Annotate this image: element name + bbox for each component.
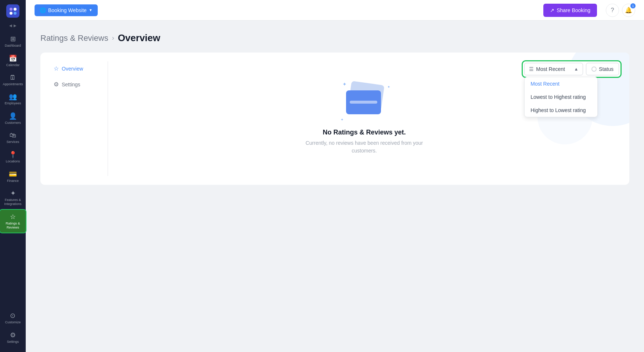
sidebar-item-label: Locations xyxy=(6,159,20,164)
empty-illustration: ✦ ✦ ✦ xyxy=(342,83,386,120)
sidebar-item-label: Customers xyxy=(5,121,21,125)
sort-dropdown-wrapper: ☰ Most Recent ▲ Most Recent Lowest to Hi… xyxy=(524,63,583,75)
sidebar-nav-arrows: ◀ ▶ xyxy=(9,24,17,28)
finance-icon: 💳 xyxy=(9,170,17,178)
sidebar-item-label: Settings xyxy=(7,340,19,344)
sidebar-item-label: Calendar xyxy=(6,63,20,67)
sidebar-item-customers[interactable]: 👤 Customers xyxy=(0,109,26,128)
filter-bar: ☰ Most Recent ▲ Most Recent Lowest to Hi… xyxy=(523,61,620,77)
dashboard-icon: ⊞ xyxy=(10,35,16,43)
customers-icon: 👤 xyxy=(9,112,17,120)
breadcrumb-separator: › xyxy=(112,34,114,42)
sidebar-item-finance[interactable]: 💳 Finance xyxy=(0,167,26,186)
sidebar-item-calendar[interactable]: 📅 Calendar xyxy=(0,51,26,70)
sidebar-item-customize[interactable]: ⊙ Customize xyxy=(4,309,22,327)
sort-dropdown-button[interactable]: ☰ Most Recent ▲ xyxy=(524,63,583,75)
globe-icon: 🌐 xyxy=(40,7,46,13)
sparkle-icon-2: ✦ xyxy=(387,85,390,89)
share-booking-label: Share Booking xyxy=(557,7,590,13)
sidebar-item-label: Finance xyxy=(7,179,19,183)
sidebar-item-label: Ratings &Reviews xyxy=(6,222,20,230)
filter-lines-icon: ☰ xyxy=(529,66,534,72)
sidebar-item-employees[interactable]: 👥 Employees xyxy=(0,90,26,108)
sidebar-item-settings[interactable]: ⚙ Settings xyxy=(4,328,22,347)
card-stack: ✦ ✦ ✦ xyxy=(342,83,386,120)
notifications-button[interactable]: 🔔 1 xyxy=(622,4,635,17)
sidebar-item-dashboard[interactable]: ⊞ Dashboard xyxy=(0,32,26,51)
sidebar-item-locations[interactable]: 📍 Locations xyxy=(0,148,26,166)
card-nav-overview-label: Overview xyxy=(62,66,83,72)
settings-icon: ⚙ xyxy=(10,331,16,339)
help-icon: ? xyxy=(611,7,614,14)
booking-website-label: Booking Website xyxy=(48,7,87,13)
sidebar-item-label: Appointments xyxy=(3,82,23,86)
features-icon: ✦ xyxy=(10,189,16,197)
help-button[interactable]: ? xyxy=(606,4,619,17)
nav-forward-icon[interactable]: ▶ xyxy=(14,24,17,28)
empty-state-title: No Ratings & Reviews yet. xyxy=(323,129,406,136)
sort-option-most-recent[interactable]: Most Recent xyxy=(525,77,597,90)
ratings-icon: ☆ xyxy=(10,213,16,221)
app-logo[interactable] xyxy=(6,4,19,18)
sparkle-icon-1: ✦ xyxy=(342,81,347,87)
sidebar-item-features[interactable]: ✦ Features &Integrations xyxy=(0,186,26,209)
sidebar-item-appointments[interactable]: 🗓 Appointments xyxy=(0,71,26,89)
status-button[interactable]: Status xyxy=(586,63,619,75)
main-content: Ratings & Reviews › Overview ☆ Overview … xyxy=(26,21,644,352)
card-nav-settings[interactable]: ⚙ Settings xyxy=(49,77,102,91)
sidebar-item-label: Features &Integrations xyxy=(4,198,21,206)
locations-icon: 📍 xyxy=(9,151,17,159)
chevron-up-icon: ▲ xyxy=(574,67,578,72)
chevron-down-icon: ▼ xyxy=(89,8,93,12)
empty-state-subtitle: Currently, no reviews have been received… xyxy=(302,139,427,155)
card-nav-settings-label: Settings xyxy=(62,82,80,87)
sort-dropdown-menu: Most Recent Lowest to Highest rating Hig… xyxy=(524,77,598,117)
breadcrumb-parent[interactable]: Ratings & Reviews xyxy=(40,33,108,43)
appointments-icon: 🗓 xyxy=(10,74,16,82)
breadcrumb: Ratings & Reviews › Overview xyxy=(40,32,629,44)
card-navigation: ☆ Overview ⚙ Settings xyxy=(49,61,108,176)
sort-option-lowest-highest[interactable]: Lowest to Highest rating xyxy=(525,90,597,104)
card-nav-overview[interactable]: ☆ Overview xyxy=(49,61,102,76)
review-card-front xyxy=(346,90,381,114)
share-booking-button[interactable]: ↗ Share Booking xyxy=(543,4,597,17)
services-icon: 🛍 xyxy=(10,132,16,139)
breadcrumb-current: Overview xyxy=(118,32,161,44)
overview-nav-icon: ☆ xyxy=(54,65,59,72)
sidebar-item-ratings[interactable]: ☆ Ratings &Reviews xyxy=(0,210,26,233)
status-label: Status xyxy=(599,66,614,72)
customize-icon: ⊙ xyxy=(10,312,15,320)
calendar-icon: 📅 xyxy=(9,54,17,62)
settings-nav-icon: ⚙ xyxy=(54,81,59,88)
sidebar-item-label: Dashboard xyxy=(5,44,21,48)
notification-badge: 1 xyxy=(630,3,636,8)
topbar: 🌐 Booking Website ▼ ↗ Share Booking ? 🔔 … xyxy=(26,0,644,21)
status-circle-icon xyxy=(591,67,597,72)
share-icon: ↗ xyxy=(550,7,554,13)
sort-dropdown-label: Most Recent xyxy=(536,66,565,72)
card-body: ☰ Most Recent ▲ Most Recent Lowest to Hi… xyxy=(108,61,620,176)
sidebar-item-label: Customize xyxy=(5,320,21,324)
sort-option-highest-lowest[interactable]: Highest to Lowest rating xyxy=(525,104,597,117)
employees-icon: 👥 xyxy=(9,93,17,101)
ratings-card: ☆ Overview ⚙ Settings ☰ Most Recent ▲ xyxy=(40,53,629,185)
sidebar-item-label: Employees xyxy=(5,101,21,105)
sidebar-item-label: Services xyxy=(7,140,19,144)
sidebar-item-services[interactable]: 🛍 Services xyxy=(0,129,26,147)
booking-website-button[interactable]: 🌐 Booking Website ▼ xyxy=(35,4,98,16)
sparkle-icon-3: ✦ xyxy=(341,118,343,122)
nav-back-icon[interactable]: ◀ xyxy=(9,24,12,28)
sidebar: ◀ ▶ ⊞ Dashboard 📅 Calendar 🗓 Appointment… xyxy=(0,0,26,352)
